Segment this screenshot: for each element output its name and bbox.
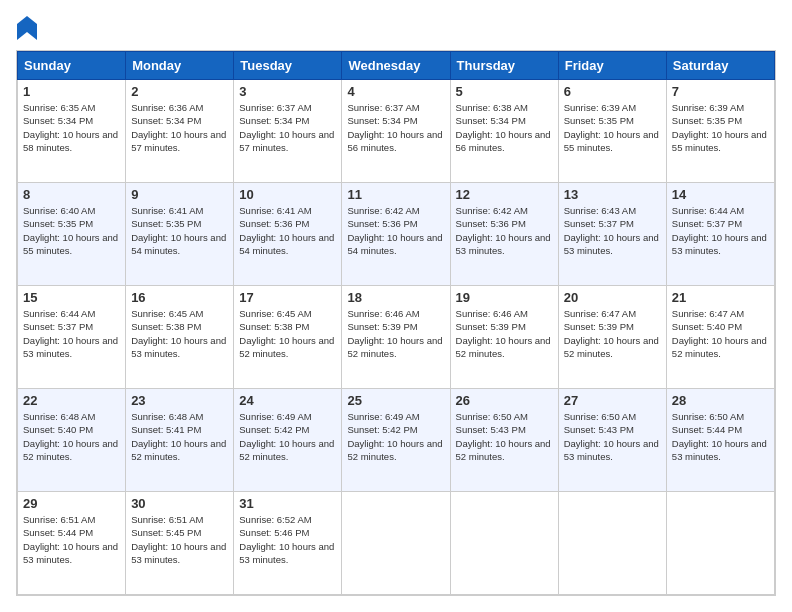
day-cell: 1 Sunrise: 6:35 AM Sunset: 5:34 PM Dayli…	[18, 80, 126, 183]
day-cell: 12 Sunrise: 6:42 AM Sunset: 5:36 PM Dayl…	[450, 183, 558, 286]
day-info: Sunrise: 6:52 AM Sunset: 5:46 PM Dayligh…	[239, 513, 336, 566]
day-number: 29	[23, 496, 120, 511]
logo	[16, 16, 38, 40]
day-info: Sunrise: 6:42 AM Sunset: 5:36 PM Dayligh…	[456, 204, 553, 257]
day-info: Sunrise: 6:38 AM Sunset: 5:34 PM Dayligh…	[456, 101, 553, 154]
page: SundayMondayTuesdayWednesdayThursdayFrid…	[0, 0, 792, 612]
day-cell	[342, 492, 450, 595]
day-number: 9	[131, 187, 228, 202]
day-cell	[666, 492, 774, 595]
calendar-table: SundayMondayTuesdayWednesdayThursdayFrid…	[17, 51, 775, 595]
day-cell: 10 Sunrise: 6:41 AM Sunset: 5:36 PM Dayl…	[234, 183, 342, 286]
day-number: 31	[239, 496, 336, 511]
logo-icon	[17, 16, 37, 40]
day-info: Sunrise: 6:50 AM Sunset: 5:43 PM Dayligh…	[456, 410, 553, 463]
day-number: 16	[131, 290, 228, 305]
day-cell: 27 Sunrise: 6:50 AM Sunset: 5:43 PM Dayl…	[558, 389, 666, 492]
day-cell: 20 Sunrise: 6:47 AM Sunset: 5:39 PM Dayl…	[558, 286, 666, 389]
day-cell: 28 Sunrise: 6:50 AM Sunset: 5:44 PM Dayl…	[666, 389, 774, 492]
day-cell: 30 Sunrise: 6:51 AM Sunset: 5:45 PM Dayl…	[126, 492, 234, 595]
day-number: 3	[239, 84, 336, 99]
day-cell: 8 Sunrise: 6:40 AM Sunset: 5:35 PM Dayli…	[18, 183, 126, 286]
day-number: 30	[131, 496, 228, 511]
svg-marker-0	[17, 16, 37, 40]
day-info: Sunrise: 6:44 AM Sunset: 5:37 PM Dayligh…	[23, 307, 120, 360]
day-number: 17	[239, 290, 336, 305]
day-info: Sunrise: 6:46 AM Sunset: 5:39 PM Dayligh…	[456, 307, 553, 360]
day-cell: 18 Sunrise: 6:46 AM Sunset: 5:39 PM Dayl…	[342, 286, 450, 389]
day-cell: 24 Sunrise: 6:49 AM Sunset: 5:42 PM Dayl…	[234, 389, 342, 492]
week-row: 1 Sunrise: 6:35 AM Sunset: 5:34 PM Dayli…	[18, 80, 775, 183]
day-cell: 14 Sunrise: 6:44 AM Sunset: 5:37 PM Dayl…	[666, 183, 774, 286]
day-number: 5	[456, 84, 553, 99]
weekday-header: Thursday	[450, 52, 558, 80]
day-info: Sunrise: 6:37 AM Sunset: 5:34 PM Dayligh…	[239, 101, 336, 154]
day-cell: 16 Sunrise: 6:45 AM Sunset: 5:38 PM Dayl…	[126, 286, 234, 389]
week-row: 8 Sunrise: 6:40 AM Sunset: 5:35 PM Dayli…	[18, 183, 775, 286]
day-number: 14	[672, 187, 769, 202]
calendar: SundayMondayTuesdayWednesdayThursdayFrid…	[16, 50, 776, 596]
day-cell: 5 Sunrise: 6:38 AM Sunset: 5:34 PM Dayli…	[450, 80, 558, 183]
weekday-header: Monday	[126, 52, 234, 80]
header-row: SundayMondayTuesdayWednesdayThursdayFrid…	[18, 52, 775, 80]
day-number: 7	[672, 84, 769, 99]
day-number: 6	[564, 84, 661, 99]
day-number: 27	[564, 393, 661, 408]
day-number: 24	[239, 393, 336, 408]
day-info: Sunrise: 6:39 AM Sunset: 5:35 PM Dayligh…	[672, 101, 769, 154]
day-cell: 25 Sunrise: 6:49 AM Sunset: 5:42 PM Dayl…	[342, 389, 450, 492]
day-cell: 15 Sunrise: 6:44 AM Sunset: 5:37 PM Dayl…	[18, 286, 126, 389]
day-info: Sunrise: 6:39 AM Sunset: 5:35 PM Dayligh…	[564, 101, 661, 154]
day-info: Sunrise: 6:48 AM Sunset: 5:41 PM Dayligh…	[131, 410, 228, 463]
day-info: Sunrise: 6:49 AM Sunset: 5:42 PM Dayligh…	[347, 410, 444, 463]
day-number: 13	[564, 187, 661, 202]
logo-text	[16, 16, 38, 40]
day-cell: 17 Sunrise: 6:45 AM Sunset: 5:38 PM Dayl…	[234, 286, 342, 389]
weekday-header: Tuesday	[234, 52, 342, 80]
day-cell: 3 Sunrise: 6:37 AM Sunset: 5:34 PM Dayli…	[234, 80, 342, 183]
day-cell: 29 Sunrise: 6:51 AM Sunset: 5:44 PM Dayl…	[18, 492, 126, 595]
day-number: 4	[347, 84, 444, 99]
day-info: Sunrise: 6:51 AM Sunset: 5:45 PM Dayligh…	[131, 513, 228, 566]
weekday-header: Wednesday	[342, 52, 450, 80]
day-info: Sunrise: 6:45 AM Sunset: 5:38 PM Dayligh…	[239, 307, 336, 360]
day-info: Sunrise: 6:46 AM Sunset: 5:39 PM Dayligh…	[347, 307, 444, 360]
day-cell: 4 Sunrise: 6:37 AM Sunset: 5:34 PM Dayli…	[342, 80, 450, 183]
day-cell: 22 Sunrise: 6:48 AM Sunset: 5:40 PM Dayl…	[18, 389, 126, 492]
day-info: Sunrise: 6:41 AM Sunset: 5:35 PM Dayligh…	[131, 204, 228, 257]
day-info: Sunrise: 6:50 AM Sunset: 5:44 PM Dayligh…	[672, 410, 769, 463]
day-info: Sunrise: 6:41 AM Sunset: 5:36 PM Dayligh…	[239, 204, 336, 257]
day-cell: 6 Sunrise: 6:39 AM Sunset: 5:35 PM Dayli…	[558, 80, 666, 183]
day-number: 1	[23, 84, 120, 99]
day-number: 12	[456, 187, 553, 202]
day-info: Sunrise: 6:50 AM Sunset: 5:43 PM Dayligh…	[564, 410, 661, 463]
day-number: 28	[672, 393, 769, 408]
week-row: 15 Sunrise: 6:44 AM Sunset: 5:37 PM Dayl…	[18, 286, 775, 389]
day-info: Sunrise: 6:47 AM Sunset: 5:40 PM Dayligh…	[672, 307, 769, 360]
week-row: 22 Sunrise: 6:48 AM Sunset: 5:40 PM Dayl…	[18, 389, 775, 492]
weekday-header: Sunday	[18, 52, 126, 80]
day-cell: 9 Sunrise: 6:41 AM Sunset: 5:35 PM Dayli…	[126, 183, 234, 286]
day-info: Sunrise: 6:44 AM Sunset: 5:37 PM Dayligh…	[672, 204, 769, 257]
day-number: 18	[347, 290, 444, 305]
day-cell: 19 Sunrise: 6:46 AM Sunset: 5:39 PM Dayl…	[450, 286, 558, 389]
day-info: Sunrise: 6:47 AM Sunset: 5:39 PM Dayligh…	[564, 307, 661, 360]
day-cell: 21 Sunrise: 6:47 AM Sunset: 5:40 PM Dayl…	[666, 286, 774, 389]
day-info: Sunrise: 6:49 AM Sunset: 5:42 PM Dayligh…	[239, 410, 336, 463]
day-number: 20	[564, 290, 661, 305]
day-cell	[450, 492, 558, 595]
day-number: 2	[131, 84, 228, 99]
day-info: Sunrise: 6:35 AM Sunset: 5:34 PM Dayligh…	[23, 101, 120, 154]
day-number: 15	[23, 290, 120, 305]
day-number: 21	[672, 290, 769, 305]
day-number: 19	[456, 290, 553, 305]
day-number: 11	[347, 187, 444, 202]
day-number: 23	[131, 393, 228, 408]
day-number: 8	[23, 187, 120, 202]
day-cell: 7 Sunrise: 6:39 AM Sunset: 5:35 PM Dayli…	[666, 80, 774, 183]
day-info: Sunrise: 6:45 AM Sunset: 5:38 PM Dayligh…	[131, 307, 228, 360]
day-info: Sunrise: 6:40 AM Sunset: 5:35 PM Dayligh…	[23, 204, 120, 257]
day-cell: 31 Sunrise: 6:52 AM Sunset: 5:46 PM Dayl…	[234, 492, 342, 595]
day-number: 26	[456, 393, 553, 408]
day-cell: 13 Sunrise: 6:43 AM Sunset: 5:37 PM Dayl…	[558, 183, 666, 286]
